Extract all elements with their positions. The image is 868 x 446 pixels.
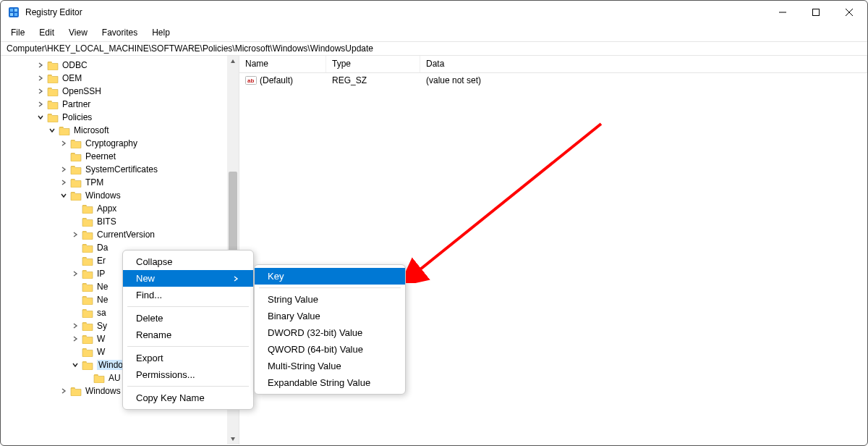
tree-item-currentversion[interactable]: CurrentVersion <box>1 228 239 241</box>
menu-item-label: Binary Value <box>268 311 320 321</box>
menu-item-label: Rename <box>136 329 171 340</box>
maximize-button[interactable] <box>799 1 833 24</box>
scroll-down-arrow[interactable] <box>227 433 239 445</box>
tree-item-policies[interactable]: Policies <box>1 111 239 124</box>
tree-item-openssh[interactable]: OpenSSH <box>1 85 239 98</box>
ctx-key-permissions[interactable]: Permissions... <box>123 366 253 383</box>
menu-favorites[interactable]: Favorites <box>95 25 145 40</box>
minimize-button[interactable] <box>766 1 799 24</box>
ctx-key-collapse[interactable]: Collapse <box>123 253 253 270</box>
folder-icon <box>70 177 82 188</box>
folder-icon <box>47 73 59 83</box>
chevron-right-icon <box>233 276 239 282</box>
chevron-down-icon[interactable] <box>59 190 69 201</box>
ctx-key-new[interactable]: New <box>123 270 253 287</box>
tree-item-label: Microsoft <box>74 125 109 135</box>
chevron-right-icon[interactable] <box>35 60 46 70</box>
chevron-right-icon[interactable] <box>35 73 46 83</box>
tree-item-label: AU <box>109 373 121 383</box>
menu-item-label: QWORD (64-bit) Value <box>268 344 363 355</box>
tree-item-cryptography[interactable]: Cryptography <box>1 137 239 150</box>
folder-icon <box>82 360 93 370</box>
folder-icon <box>82 216 93 227</box>
menu-view[interactable]: View <box>61 25 95 40</box>
tree-item-label: OpenSSH <box>62 86 101 96</box>
ctx-key-export[interactable]: Export <box>123 350 253 366</box>
chevron-right-icon[interactable] <box>35 99 46 109</box>
chevron-right-icon[interactable] <box>59 386 69 396</box>
folder-icon <box>82 282 93 292</box>
tree-item-bits[interactable]: BITS <box>1 215 239 228</box>
menu-item-label: Delete <box>136 313 163 324</box>
chevron-right-icon[interactable] <box>70 230 80 240</box>
tree-item-label: SystemCertificates <box>85 164 158 174</box>
chevron-right-icon[interactable] <box>70 321 80 331</box>
menu-help[interactable]: Help <box>145 25 177 40</box>
tree-item-microsoft[interactable]: Microsoft <box>1 124 239 137</box>
folder-icon <box>47 112 59 122</box>
chevron-none-icon <box>70 216 80 227</box>
chevron-down-icon[interactable] <box>47 125 57 135</box>
tree-item-label: Er <box>97 256 106 266</box>
col-header-type[interactable]: Type <box>326 56 420 72</box>
cell-data: (value not set) <box>420 75 867 85</box>
folder-icon <box>82 347 93 357</box>
tree-item-tpm[interactable]: TPM <box>1 176 239 189</box>
chevron-right-icon[interactable] <box>59 138 69 148</box>
col-header-data[interactable]: Data <box>420 56 867 72</box>
menu-separator <box>127 306 249 307</box>
chevron-none-icon <box>70 282 80 292</box>
ctx-key-rename[interactable]: Rename <box>123 327 253 343</box>
scroll-up-arrow[interactable] <box>227 56 239 67</box>
chevron-down-icon[interactable] <box>35 112 46 122</box>
string-value-icon: ab <box>245 75 257 85</box>
chevron-right-icon[interactable] <box>70 334 80 344</box>
folder-icon <box>82 243 93 253</box>
tree-item-peernet[interactable]: Peernet <box>1 150 239 163</box>
menu-file[interactable]: File <box>4 25 32 40</box>
chevron-down-icon[interactable] <box>70 360 80 370</box>
chevron-right-icon[interactable] <box>70 269 80 279</box>
ctx-key-delete[interactable]: Delete <box>123 310 253 327</box>
tree-item-label: OEM <box>62 73 82 83</box>
tree-item-partner[interactable]: Partner <box>1 98 239 111</box>
tree-item-windows[interactable]: Windows <box>1 189 239 202</box>
ctx-new-dword-32-bit-value[interactable]: DWORD (32-bit) Value <box>255 324 405 341</box>
scroll-thumb[interactable] <box>229 172 237 258</box>
ctx-new-binary-value[interactable]: Binary Value <box>255 308 405 324</box>
address-bar[interactable]: Computer\HKEY_LOCAL_MACHINE\SOFTWARE\Pol… <box>1 41 867 56</box>
folder-icon <box>82 230 93 240</box>
ctx-key-find[interactable]: Find... <box>123 287 253 303</box>
chevron-right-icon[interactable] <box>59 164 69 174</box>
chevron-right-icon[interactable] <box>59 177 69 188</box>
chevron-none-icon <box>70 308 80 318</box>
ctx-new-string-value[interactable]: String Value <box>255 291 405 308</box>
ctx-new-qword-64-bit-value[interactable]: QWORD (64-bit) Value <box>255 341 405 358</box>
folder-icon <box>59 125 70 135</box>
tree-item-label: sa <box>97 308 106 318</box>
tree-item-label: Windows <box>85 190 121 201</box>
tree-item-oem[interactable]: OEM <box>1 72 239 85</box>
tree-item-odbc[interactable]: ODBC <box>1 59 239 72</box>
tree-item-label: Sy <box>97 321 107 331</box>
chevron-right-icon[interactable] <box>35 86 46 96</box>
folder-icon <box>70 151 82 161</box>
ctx-key-copy-key-name[interactable]: Copy Key Name <box>123 390 253 406</box>
folder-icon <box>82 295 93 305</box>
svg-rect-2 <box>14 9 17 12</box>
app-icon <box>8 7 20 18</box>
menu-item-label: String Value <box>268 294 318 305</box>
close-button[interactable] <box>833 1 866 24</box>
svg-text:ab: ab <box>247 77 254 84</box>
ctx-new-multi-string-value[interactable]: Multi-String Value <box>255 358 405 374</box>
menu-edit[interactable]: Edit <box>32 25 61 40</box>
tree-item-label: W <box>97 347 105 357</box>
list-row[interactable]: ab(Default)REG_SZ(value not set) <box>239 73 867 88</box>
tree-item-appx[interactable]: Appx <box>1 202 239 215</box>
menu-separator <box>259 287 401 288</box>
ctx-new-key[interactable]: Key <box>255 268 405 285</box>
cell-type: REG_SZ <box>326 75 420 85</box>
ctx-new-expandable-string-value[interactable]: Expandable String Value <box>255 374 405 391</box>
col-header-name[interactable]: Name <box>239 56 326 72</box>
tree-item-systemcertificates[interactable]: SystemCertificates <box>1 163 239 176</box>
